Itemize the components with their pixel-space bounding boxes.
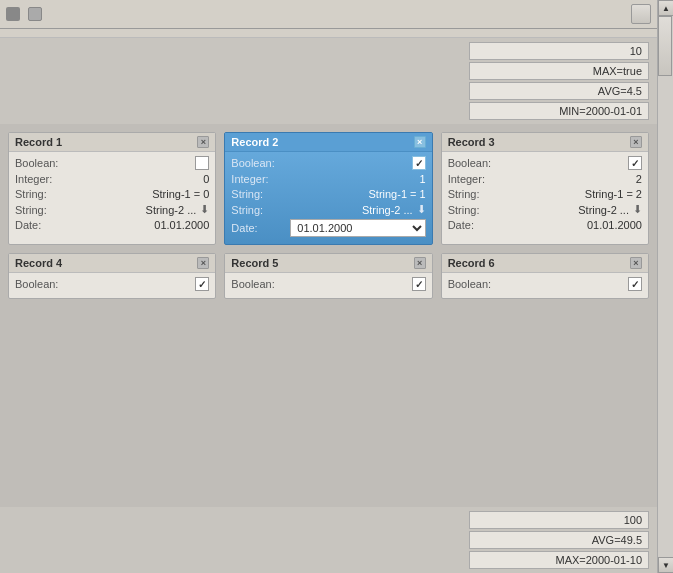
title-bar-collapse-button[interactable] [631,4,651,24]
scroll-up-button[interactable]: ▲ [658,0,673,16]
record-header-1: Record 1× [9,133,215,152]
record-body-2: Boolean:Integer:1String:String-1 = 1Stri… [225,152,431,244]
record-title-3: Record 3 [448,136,495,148]
field-value-1-1: 0 [74,173,209,185]
record-title-2: Record 2 [231,136,278,148]
field-label-1-0: Boolean: [15,157,70,169]
scrollbar: ▲ ▼ [657,0,673,573]
field-row-3-2: String:String-1 = 2 [448,188,642,200]
field-label-2-3: String: [231,204,286,216]
record-card-1[interactable]: Record 1×Boolean:Integer:0String:String-… [8,132,216,245]
stat-min: MIN=2000-01-01 [469,102,649,120]
field-row-1-0: Boolean: [15,156,209,170]
field-label-4-0: Boolean: [15,278,70,290]
field-value-3-4: 01.01.2000 [507,219,642,231]
field-value-3-3: String-2 ... [507,204,629,216]
field-label-1-2: String: [15,188,70,200]
field-download-icon-2-3[interactable]: ⬇ [417,203,426,216]
field-label-1-1: Integer: [15,173,70,185]
field-label-3-3: String: [448,204,503,216]
field-row-2-4: Date:01.01.2000 [231,219,425,237]
record-card-6[interactable]: Record 6×Boolean: [441,253,649,299]
field-row-2-0: Boolean: [231,156,425,170]
field-value-3-2: String-1 = 2 [507,188,642,200]
field-label-3-1: Integer: [448,173,503,185]
field-label-1-4: Date: [15,219,70,231]
record-title-6: Record 6 [448,257,495,269]
field-label-5-0: Boolean: [231,278,286,290]
date-header [0,29,657,38]
field-row-5-0: Boolean: [231,277,425,291]
field-checkbox-1-0[interactable] [195,156,209,170]
stats-bottom-panel: 100 AVG=49.5 MAX=2000-01-10 [0,507,657,573]
field-checkbox-3-0[interactable] [628,156,642,170]
field-row-6-0: Boolean: [448,277,642,291]
stat-max-bool: MAX=true [469,62,649,80]
record-header-2: Record 2× [225,133,431,152]
field-label-3-4: Date: [448,219,503,231]
record-card-2[interactable]: Record 2×Boolean:Integer:1String:String-… [224,132,432,245]
stats-top-panel: 10 MAX=true AVG=4.5 MIN=2000-01-01 [0,38,657,124]
scroll-down-button[interactable]: ▼ [658,557,673,573]
field-download-icon-3-3[interactable]: ⬇ [633,203,642,216]
field-checkbox-2-0[interactable] [412,156,426,170]
record-close-button-2[interactable]: × [414,136,426,148]
record-close-button-6[interactable]: × [630,257,642,269]
record-card-3[interactable]: Record 3×Boolean:Integer:2String:String-… [441,132,649,245]
record-body-6: Boolean: [442,273,648,298]
field-value-3-1: 2 [507,173,642,185]
title-bar-icon [6,7,20,21]
field-row-1-1: Integer:0 [15,173,209,185]
field-label-3-0: Boolean: [448,157,503,169]
record-header-3: Record 3× [442,133,648,152]
field-row-3-1: Integer:2 [448,173,642,185]
title-bar [0,0,657,29]
field-download-icon-1-3[interactable]: ⬇ [200,203,209,216]
record-close-button-4[interactable]: × [197,257,209,269]
field-label-2-1: Integer: [231,173,286,185]
record-title-4: Record 4 [15,257,62,269]
record-card-5[interactable]: Record 5×Boolean: [224,253,432,299]
stat-bottom-count: 100 [469,511,649,529]
record-body-1: Boolean:Integer:0String:String-1 = 0Stri… [9,152,215,238]
field-date-select-2-4[interactable]: 01.01.2000 [290,219,425,237]
records-grid: Record 1×Boolean:Integer:0String:String-… [8,132,649,299]
field-label-1-3: String: [15,204,70,216]
stat-bottom-avg: AVG=49.5 [469,531,649,549]
record-close-button-5[interactable]: × [414,257,426,269]
content-area: Record 1×Boolean:Integer:0String:String-… [0,124,657,507]
field-label-3-2: String: [448,188,503,200]
field-checkbox-5-0[interactable] [412,277,426,291]
field-value-2-3: String-2 ... [290,204,412,216]
stat-bottom-max: MAX=2000-01-10 [469,551,649,569]
field-row-2-3: String:String-2 ...⬇ [231,203,425,216]
field-value-1-4: 01.01.2000 [74,219,209,231]
record-body-3: Boolean:Integer:2String:String-1 = 2Stri… [442,152,648,238]
field-row-3-0: Boolean: [448,156,642,170]
field-row-1-2: String:String-1 = 0 [15,188,209,200]
field-value-2-1: 1 [290,173,425,185]
field-row-1-3: String:String-2 ...⬇ [15,203,209,216]
field-label-2-0: Boolean: [231,157,286,169]
record-title-5: Record 5 [231,257,278,269]
field-row-2-2: String:String-1 = 1 [231,188,425,200]
scrollbar-thumb[interactable] [658,16,672,76]
scrollbar-track [658,16,673,557]
record-body-4: Boolean: [9,273,215,298]
record-close-button-3[interactable]: × [630,136,642,148]
field-label-2-4: Date: [231,222,286,234]
record-card-4[interactable]: Record 4×Boolean: [8,253,216,299]
field-checkbox-6-0[interactable] [628,277,642,291]
field-label-2-2: String: [231,188,286,200]
stat-count: 10 [469,42,649,60]
field-row-3-3: String:String-2 ...⬇ [448,203,642,216]
record-header-6: Record 6× [442,254,648,273]
record-close-button-1[interactable]: × [197,136,209,148]
stat-avg: AVG=4.5 [469,82,649,100]
field-value-1-2: String-1 = 0 [74,188,209,200]
field-value-1-3: String-2 ... [74,204,196,216]
title-bar-close-button[interactable] [28,7,42,21]
field-row-1-4: Date:01.01.2000 [15,219,209,231]
field-checkbox-4-0[interactable] [195,277,209,291]
main-area: 10 MAX=true AVG=4.5 MIN=2000-01-01 Recor… [0,0,657,573]
